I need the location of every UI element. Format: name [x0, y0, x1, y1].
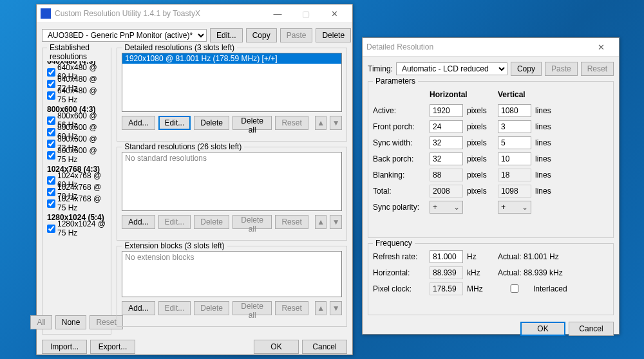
down-standard-button[interactable]: ▼: [330, 215, 342, 229]
detailed-resolution-dialog: Detailed Resolution ✕ Timing: Automatic …: [362, 37, 620, 335]
pixel-clock-label: Pixel clock:: [373, 284, 426, 293]
established-legend: Established resolutions: [47, 43, 111, 61]
window-title: Custom Resolution Utility 1.4.1 by Toast…: [55, 9, 263, 18]
dialog-cancel-button[interactable]: Cancel: [569, 322, 614, 336]
h-input[interactable]: [430, 120, 463, 133]
parameters-legend: Parameters: [373, 77, 418, 86]
add-detailed-button[interactable]: Add...: [122, 116, 155, 130]
reset-timing-button[interactable]: Reset: [581, 62, 614, 76]
resolution-checkbox[interactable]: 800x600 @ 75 Hz: [47, 149, 106, 161]
standard-legend: Standard resolutions (26 slots left): [122, 142, 244, 151]
dialog-titlebar: Detailed Resolution ✕: [363, 38, 619, 57]
h-input[interactable]: [430, 136, 463, 149]
ext-legend: Extension blocks (3 slots left): [122, 241, 227, 250]
detailed-resolution-item[interactable]: 1920x1080 @ 81.001 Hz (178.59 MHz) [+/+]: [122, 53, 341, 64]
ext-listbox[interactable]: No extension blocks: [122, 251, 342, 297]
delete-detailed-button[interactable]: Delete: [194, 116, 229, 130]
parameters-fieldset: Parameters Horizontal Vertical Active:pi…: [368, 81, 614, 238]
edit-monitor-button[interactable]: Edit...: [210, 28, 243, 42]
add-ext-button[interactable]: Add...: [122, 301, 155, 315]
deleteall-detailed-button[interactable]: Delete all: [232, 116, 272, 130]
up-ext-button[interactable]: ▲: [315, 301, 327, 315]
ext-fieldset: Extension blocks (3 slots left) No exten…: [117, 246, 347, 327]
paste-timing-button[interactable]: Paste: [545, 62, 578, 76]
established-fieldset: Established resolutions 640x480 (4:3)640…: [42, 48, 111, 335]
all-button[interactable]: All: [30, 315, 52, 329]
none-button[interactable]: None: [55, 315, 87, 329]
ok-button[interactable]: OK: [254, 340, 299, 354]
minimize-button[interactable]: —: [263, 5, 292, 23]
v-input[interactable]: [498, 120, 531, 133]
resolution-checkbox[interactable]: 1024x768 @ 75 Hz: [47, 198, 106, 209]
refresh-rate-actual: Actual: 81.001 Hz: [498, 252, 559, 261]
v-input[interactable]: [498, 104, 531, 117]
resolution-checkbox[interactable]: 640x480 @ 75 Hz: [47, 89, 106, 101]
vertical-header: Vertical: [498, 90, 526, 99]
up-standard-button[interactable]: ▲: [315, 215, 327, 229]
reset-standard-button[interactable]: Reset: [275, 215, 308, 229]
detailed-listbox[interactable]: 1920x1080 @ 81.001 Hz (178.59 MHz) [+/+]: [122, 53, 342, 112]
edit-ext-button[interactable]: Edit...: [158, 301, 191, 315]
down-ext-button[interactable]: ▼: [330, 301, 342, 315]
refresh-rate-input[interactable]: [430, 250, 463, 263]
reset-detailed-button[interactable]: Reset: [275, 116, 308, 130]
resolution-checkbox[interactable]: 1280x1024 @ 75 Hz: [47, 223, 106, 234]
add-standard-button[interactable]: Add...: [122, 215, 155, 229]
h-input[interactable]: [430, 104, 463, 117]
refresh-rate-label: Refresh rate:: [373, 252, 426, 261]
cancel-button[interactable]: Cancel: [302, 340, 347, 354]
paste-button[interactable]: Paste: [280, 28, 313, 42]
deleteall-ext-button[interactable]: Delete all: [232, 301, 272, 315]
monitor-select[interactable]: AUO38ED - Generic PnP Monitor (active)*: [42, 29, 207, 42]
dialog-close-button[interactable]: ✕: [587, 38, 615, 56]
delete-ext-button[interactable]: Delete: [194, 301, 229, 315]
sync-polarity-label: Sync polarity:: [373, 203, 426, 212]
horizontal-freq-actual: Actual: 88.939 kHz: [498, 268, 563, 277]
frequency-legend: Frequency: [373, 239, 415, 248]
import-button[interactable]: Import...: [42, 340, 87, 354]
frequency-fieldset: Frequency Refresh rate: Hz Actual: 81.00…: [368, 243, 614, 315]
ext-empty: No extension blocks: [122, 252, 341, 263]
detailed-fieldset: Detailed resolutions (3 slots left) 1920…: [117, 48, 347, 142]
edit-standard-button[interactable]: Edit...: [158, 215, 191, 229]
dialog-title: Detailed Resolution: [366, 42, 587, 51]
up-detailed-button[interactable]: ▲: [315, 116, 327, 130]
close-button[interactable]: ✕: [320, 5, 348, 23]
down-detailed-button[interactable]: ▼: [330, 116, 342, 130]
horizontal-header: Horizontal: [430, 90, 494, 99]
export-button[interactable]: Export...: [90, 340, 135, 354]
reset-ext-button[interactable]: Reset: [275, 301, 308, 315]
cru-main-window: Custom Resolution Utility 1.4.1 by Toast…: [36, 4, 353, 355]
timing-select[interactable]: Automatic - LCD reduced: [396, 62, 507, 75]
maximize-button[interactable]: ▢: [292, 5, 320, 23]
interlaced-checkbox[interactable]: Interlaced: [498, 283, 567, 295]
horizontal-freq-value: 88.939: [430, 266, 463, 279]
delete-button[interactable]: Delete: [316, 28, 351, 42]
dialog-ok-button[interactable]: OK: [520, 322, 565, 336]
delete-standard-button[interactable]: Delete: [194, 215, 229, 229]
app-icon: [41, 8, 51, 19]
horizontal-freq-label: Horizontal:: [373, 268, 426, 277]
timing-label: Timing:: [368, 64, 393, 73]
v-input[interactable]: [498, 152, 531, 165]
standard-listbox[interactable]: No standard resolutions: [122, 152, 342, 211]
standard-empty: No standard resolutions: [122, 152, 341, 164]
standard-fieldset: Standard resolutions (26 slots left) No …: [117, 147, 347, 241]
copy-timing-button[interactable]: Copy: [511, 62, 542, 76]
h-input[interactable]: [430, 152, 463, 165]
edit-detailed-button[interactable]: Edit...: [158, 116, 191, 130]
copy-button[interactable]: Copy: [246, 28, 277, 42]
v-input[interactable]: [498, 136, 531, 149]
deleteall-standard-button[interactable]: Delete all: [232, 215, 272, 229]
pixel-clock-value: 178.59: [430, 282, 463, 295]
h-sync-select[interactable]: +: [430, 201, 463, 214]
v-sync-select[interactable]: +: [498, 201, 531, 214]
titlebar: Custom Resolution Utility 1.4.1 by Toast…: [37, 5, 352, 23]
detailed-legend: Detailed resolutions (3 slots left): [122, 43, 237, 52]
